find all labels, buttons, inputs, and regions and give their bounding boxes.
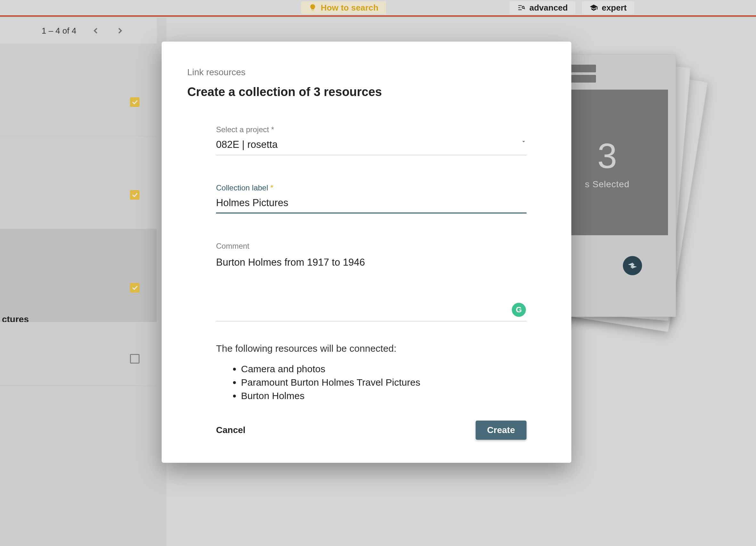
topbar: How to search advanced expert — [0, 0, 756, 17]
next-page-button[interactable] — [115, 26, 125, 36]
project-field[interactable]: Select a project * — [216, 125, 527, 155]
project-field-label: Select a project * — [216, 125, 527, 134]
selection-count: 3 — [597, 135, 617, 176]
required-star-icon: * — [270, 183, 273, 192]
connected-resources-heading: The following resources will be connecte… — [216, 343, 527, 354]
expert-label: expert — [602, 3, 627, 13]
project-select[interactable] — [216, 138, 527, 155]
list-item[interactable] — [0, 136, 157, 229]
connected-resources-list: Camera and photos Paramount Burton Holme… — [216, 362, 527, 403]
dialog-eyebrow: Link resources — [187, 67, 546, 77]
pagination-strip: 1 – 4 of 4 — [0, 18, 157, 44]
how-to-search-label: How to search — [321, 3, 378, 13]
svg-point-0 — [522, 6, 524, 9]
list-item[interactable] — [0, 44, 157, 136]
dialog-form: Select a project * Collection label * Co… — [187, 125, 546, 440]
collection-label-field-label: Collection label * — [216, 183, 527, 192]
dialog-title: Create a collection of 3 resources — [187, 85, 546, 99]
list-item: Burton Holmes — [241, 389, 527, 403]
checkbox-on-icon[interactable] — [130, 283, 140, 293]
selection-text: s Selected — [585, 179, 629, 189]
cancel-button[interactable]: Cancel — [216, 425, 245, 435]
list-item: Camera and photos — [241, 362, 527, 376]
prev-page-button[interactable] — [91, 26, 101, 36]
create-button[interactable]: Create — [476, 421, 527, 440]
list-item[interactable] — [0, 322, 157, 386]
checkbox-on-icon[interactable] — [130, 190, 140, 200]
expert-search-button[interactable]: expert — [582, 1, 634, 14]
advanced-search-icon — [517, 4, 526, 12]
comment-textarea[interactable] — [216, 254, 527, 321]
collection-label-input[interactable] — [216, 196, 527, 213]
collection-label-text: Collection label — [216, 183, 270, 192]
dialog-actions: Cancel Create — [216, 421, 527, 440]
link-resources-fab[interactable] — [623, 256, 642, 275]
comment-field[interactable]: Comment G — [216, 242, 527, 323]
checkbox-on-icon[interactable] — [130, 97, 140, 107]
lightbulb-icon — [309, 4, 317, 12]
chevron-down-icon — [520, 138, 527, 145]
checkbox-off-icon[interactable] — [130, 354, 140, 364]
advanced-label: advanced — [529, 3, 568, 13]
comment-field-label: Comment — [216, 242, 527, 251]
collection-label-field[interactable]: Collection label * — [216, 183, 527, 213]
how-to-search-button[interactable]: How to search — [301, 1, 386, 14]
graduation-cap-icon — [590, 4, 598, 12]
list-item: Paramount Burton Holmes Travel Pictures — [241, 376, 527, 389]
create-collection-dialog: Link resources Create a collection of 3 … — [162, 42, 571, 463]
advanced-search-button[interactable]: advanced — [510, 1, 575, 14]
pagination-text: 1 – 4 of 4 — [42, 26, 76, 36]
results-list: ctures — [0, 44, 157, 386]
grammarly-icon[interactable]: G — [512, 303, 526, 317]
list-item[interactable]: ctures — [0, 229, 157, 322]
